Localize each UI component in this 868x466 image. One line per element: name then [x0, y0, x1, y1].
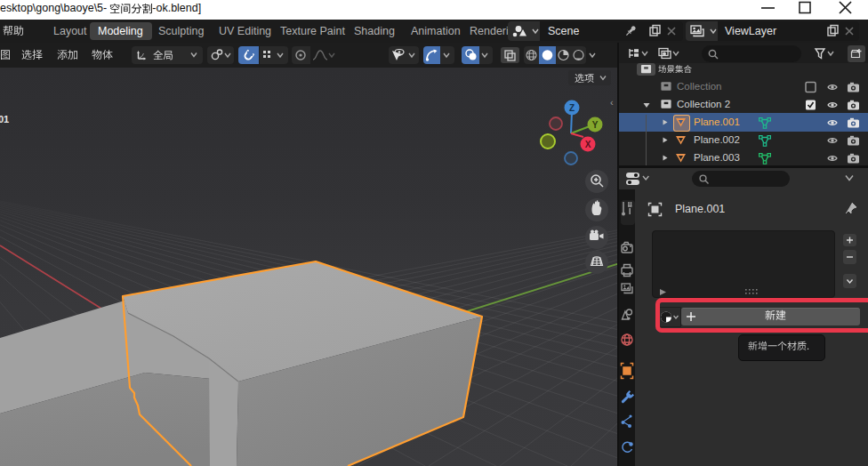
svg-text:Y: Y [592, 120, 599, 130]
svg-text:01: 01 [0, 114, 9, 125]
svg-text:‹: ‹ [610, 97, 614, 108]
svg-text:X: X [585, 140, 591, 149]
svg-text:Z: Z [569, 103, 575, 113]
